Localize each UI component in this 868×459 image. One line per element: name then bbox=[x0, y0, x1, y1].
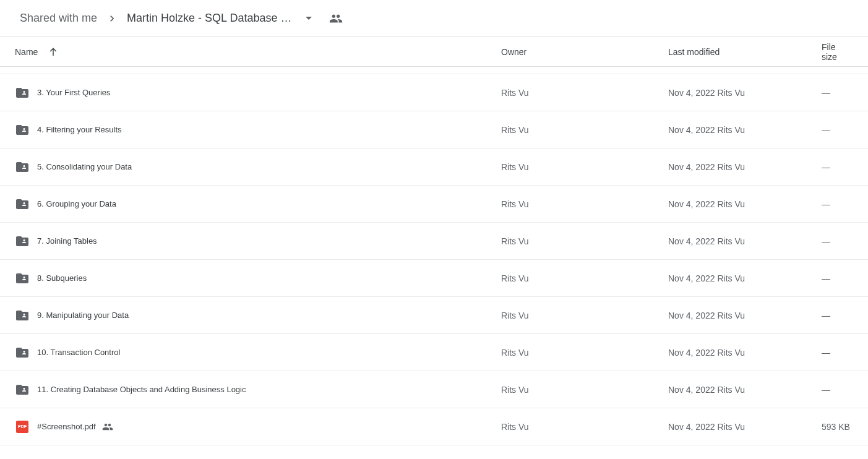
file-owner: Rits Vu bbox=[501, 273, 668, 283]
file-modified: Nov 4, 2022Rits Vu bbox=[668, 236, 822, 246]
file-name: 6. Grouping your Data bbox=[37, 199, 116, 208]
shared-folder-icon bbox=[15, 234, 30, 249]
folder-row[interactable]: 10. Transaction Control Rits Vu Nov 4, 2… bbox=[0, 334, 868, 371]
file-name: 5. Consolidating your Data bbox=[37, 162, 132, 171]
file-list: 2. SQL Querying Rits Vu Nov 4, 2022Rits … bbox=[0, 67, 868, 445]
file-size: — bbox=[822, 236, 853, 246]
column-header-size[interactable]: File size bbox=[822, 42, 853, 62]
shared-folder-icon bbox=[15, 308, 30, 323]
shared-folder-icon bbox=[15, 271, 30, 286]
chevron-down-icon bbox=[306, 17, 312, 20]
file-size: — bbox=[822, 125, 853, 135]
file-modified: Nov 4, 2022Rits Vu bbox=[668, 162, 822, 172]
file-name: 9. Manipulating your Data bbox=[37, 311, 129, 320]
file-owner: Rits Vu bbox=[501, 199, 668, 209]
file-modified: Nov 4, 2022Rits Vu bbox=[668, 273, 822, 283]
file-owner: Rits Vu bbox=[501, 162, 668, 172]
folder-row[interactable]: 9. Manipulating your Data Rits Vu Nov 4,… bbox=[0, 297, 868, 334]
shared-folder-icon bbox=[15, 197, 30, 212]
file-size: — bbox=[822, 199, 853, 209]
file-modified: Nov 4, 2022Rits Vu bbox=[668, 311, 822, 320]
column-header-name[interactable]: Name bbox=[15, 46, 501, 58]
file-name: 4. Filtering your Results bbox=[37, 125, 122, 134]
file-size: — bbox=[822, 88, 853, 98]
file-name: 7. Joining Tables bbox=[37, 236, 97, 246]
file-size: 593 KB bbox=[822, 422, 853, 432]
folder-row[interactable]: 3. Your First Queries Rits Vu Nov 4, 202… bbox=[0, 74, 868, 111]
file-modified: Nov 4, 2022Rits Vu bbox=[668, 125, 822, 135]
breadcrumb: Shared with me Martin Holzke - SQL Datab… bbox=[0, 0, 868, 37]
shared-folder-icon bbox=[15, 345, 30, 360]
file-owner: Rits Vu bbox=[501, 311, 668, 320]
file-name: 8. Subqueries bbox=[37, 273, 87, 283]
folder-row[interactable]: 7. Joining Tables Rits Vu Nov 4, 2022Rit… bbox=[0, 223, 868, 260]
folder-row[interactable]: 5. Consolidating your Data Rits Vu Nov 4… bbox=[0, 148, 868, 186]
column-headers: Name Owner Last modified File size bbox=[0, 37, 868, 67]
folder-row[interactable]: 4. Filtering your Results Rits Vu Nov 4,… bbox=[0, 111, 868, 148]
shared-folder-icon bbox=[15, 67, 30, 69]
people-icon bbox=[329, 12, 343, 25]
file-name: #Screenshot.pdf bbox=[37, 422, 96, 431]
shared-folder-icon bbox=[15, 85, 30, 100]
file-size: — bbox=[822, 385, 853, 395]
shared-folder-icon bbox=[15, 160, 30, 174]
share-button[interactable] bbox=[329, 12, 343, 25]
file-name: 11. Creating Database Objects and Adding… bbox=[37, 385, 246, 394]
file-owner: Rits Vu bbox=[501, 385, 668, 395]
folder-row[interactable]: 2. SQL Querying Rits Vu Nov 4, 2022Rits … bbox=[0, 67, 868, 74]
shared-icon bbox=[102, 421, 113, 432]
file-size: — bbox=[822, 311, 853, 320]
file-owner: Rits Vu bbox=[501, 236, 668, 246]
breadcrumb-root[interactable]: Shared with me bbox=[15, 9, 102, 27]
file-owner: Rits Vu bbox=[501, 88, 668, 98]
file-name: 10. Transaction Control bbox=[37, 348, 120, 357]
column-header-owner[interactable]: Owner bbox=[501, 47, 668, 57]
shared-folder-icon bbox=[15, 382, 30, 397]
file-modified: Nov 4, 2022Rits Vu bbox=[668, 348, 822, 358]
pdf-icon: PDF bbox=[15, 419, 30, 434]
column-header-modified[interactable]: Last modified bbox=[668, 47, 822, 57]
file-row[interactable]: PDF #Screenshot.pdf Rits Vu Nov 4, 2022R… bbox=[0, 408, 868, 445]
folder-row[interactable]: 11. Creating Database Objects and Adding… bbox=[0, 371, 868, 408]
breadcrumb-current[interactable]: Martin Holzke - SQL Database … bbox=[122, 9, 316, 27]
column-header-name-label: Name bbox=[15, 47, 38, 57]
file-modified: Nov 4, 2022Rits Vu bbox=[668, 88, 822, 98]
file-owner: Rits Vu bbox=[501, 422, 668, 432]
file-owner: Rits Vu bbox=[501, 348, 668, 358]
file-modified: Nov 4, 2022Rits Vu bbox=[668, 199, 822, 209]
chevron-right-icon bbox=[106, 12, 118, 25]
file-modified: Nov 4, 2022Rits Vu bbox=[668, 385, 822, 395]
file-size: — bbox=[822, 162, 853, 172]
folder-row[interactable]: 6. Grouping your Data Rits Vu Nov 4, 202… bbox=[0, 186, 868, 223]
file-modified: Nov 4, 2022Rits Vu bbox=[668, 422, 822, 432]
file-name: 3. Your First Queries bbox=[37, 88, 111, 97]
breadcrumb-current-label: Martin Holzke - SQL Database … bbox=[127, 12, 291, 25]
folder-row[interactable]: 8. Subqueries Rits Vu Nov 4, 2022Rits Vu… bbox=[0, 260, 868, 297]
shared-folder-icon bbox=[15, 122, 30, 137]
file-size: — bbox=[822, 273, 853, 283]
file-owner: Rits Vu bbox=[501, 125, 668, 135]
sort-ascending-icon bbox=[48, 46, 59, 58]
file-size: — bbox=[822, 348, 853, 358]
